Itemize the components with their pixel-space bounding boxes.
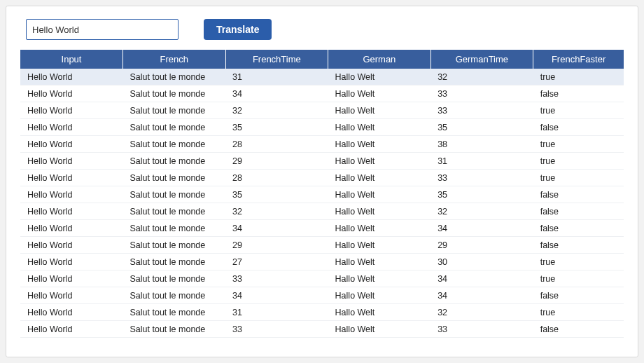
table-row[interactable]: Hello WorldSalut tout le monde29Hallo We… bbox=[20, 153, 624, 170]
cell-french-time: 32 bbox=[225, 203, 328, 220]
cell-french-time: 33 bbox=[225, 270, 328, 287]
table-row[interactable]: Hello WorldSalut tout le monde31Hallo We… bbox=[20, 304, 624, 321]
cell-input: Hello World bbox=[20, 270, 123, 287]
table-row[interactable]: Hello WorldSalut tout le monde34Hallo We… bbox=[20, 85, 624, 102]
cell-french-time: 34 bbox=[225, 85, 328, 102]
cell-german: Hallo Welt bbox=[328, 69, 431, 85]
cell-french-time: 31 bbox=[225, 69, 328, 85]
cell-input: Hello World bbox=[20, 220, 123, 237]
cell-french-faster: false bbox=[533, 220, 624, 237]
cell-german: Hallo Welt bbox=[328, 85, 431, 102]
cell-french: Salut tout le monde bbox=[123, 254, 226, 270]
cell-german-time: 30 bbox=[430, 254, 533, 270]
cell-french-faster: false bbox=[533, 186, 624, 203]
cell-french-faster: false bbox=[533, 85, 624, 102]
translate-button[interactable]: Translate bbox=[204, 19, 272, 40]
cell-french: Salut tout le monde bbox=[123, 287, 226, 304]
col-header-french[interactable]: French bbox=[123, 50, 226, 69]
text-input[interactable] bbox=[26, 19, 178, 40]
col-header-french-faster[interactable]: FrenchFaster bbox=[533, 50, 624, 69]
cell-french-time: 31 bbox=[225, 304, 328, 321]
cell-german-time: 35 bbox=[430, 186, 533, 203]
cell-french-faster: true bbox=[533, 254, 624, 270]
col-header-input[interactable]: Input bbox=[20, 50, 123, 69]
cell-input: Hello World bbox=[20, 203, 123, 220]
table-row[interactable]: Hello WorldSalut tout le monde34Hallo We… bbox=[20, 287, 624, 304]
cell-french-faster: true bbox=[533, 153, 624, 170]
table-row[interactable]: Hello WorldSalut tout le monde35Hallo We… bbox=[20, 186, 624, 203]
cell-german: Hallo Welt bbox=[328, 186, 431, 203]
table-row[interactable]: Hello WorldSalut tout le monde33Hallo We… bbox=[20, 270, 624, 287]
cell-german-time: 35 bbox=[430, 119, 533, 136]
cell-french-faster: true bbox=[533, 69, 624, 85]
cell-input: Hello World bbox=[20, 85, 123, 102]
cell-french-time: 29 bbox=[225, 153, 328, 170]
cell-french-time: 34 bbox=[225, 220, 328, 237]
cell-french-faster: true bbox=[533, 170, 624, 186]
cell-french-time: 29 bbox=[225, 237, 328, 254]
cell-french-time: 33 bbox=[225, 321, 328, 338]
cell-german-time: 33 bbox=[430, 85, 533, 102]
table-row[interactable]: Hello WorldSalut tout le monde27Hallo We… bbox=[20, 254, 624, 270]
cell-german-time: 33 bbox=[430, 102, 533, 119]
table-row[interactable]: Hello WorldSalut tout le monde31Hallo We… bbox=[20, 69, 624, 85]
cell-german-time: 38 bbox=[430, 136, 533, 153]
cell-french-faster: false bbox=[533, 287, 624, 304]
cell-german: Hallo Welt bbox=[328, 136, 431, 153]
cell-input: Hello World bbox=[20, 102, 123, 119]
col-header-german[interactable]: German bbox=[328, 50, 431, 69]
cell-german: Hallo Welt bbox=[328, 270, 431, 287]
cell-french: Salut tout le monde bbox=[123, 102, 226, 119]
cell-german-time: 34 bbox=[430, 270, 533, 287]
cell-french-faster: false bbox=[533, 203, 624, 220]
cell-french-time: 27 bbox=[225, 254, 328, 270]
cell-german: Hallo Welt bbox=[328, 203, 431, 220]
cell-french: Salut tout le monde bbox=[123, 69, 226, 85]
cell-german: Hallo Welt bbox=[328, 119, 431, 136]
cell-french: Salut tout le monde bbox=[123, 186, 226, 203]
cell-french: Salut tout le monde bbox=[123, 136, 226, 153]
cell-french: Salut tout le monde bbox=[123, 220, 226, 237]
cell-french: Salut tout le monde bbox=[123, 270, 226, 287]
cell-french-faster: false bbox=[533, 321, 624, 338]
cell-input: Hello World bbox=[20, 237, 123, 254]
cell-german: Hallo Welt bbox=[328, 287, 431, 304]
main-panel: Translate Input French FrenchTime German… bbox=[6, 6, 638, 357]
table-row[interactable]: Hello WorldSalut tout le monde35Hallo We… bbox=[20, 119, 624, 136]
cell-german-time: 33 bbox=[430, 321, 533, 338]
table-row[interactable]: Hello WorldSalut tout le monde32Hallo We… bbox=[20, 203, 624, 220]
cell-french-time: 35 bbox=[225, 186, 328, 203]
table-row[interactable]: Hello WorldSalut tout le monde28Hallo We… bbox=[20, 136, 624, 153]
cell-german: Hallo Welt bbox=[328, 321, 431, 338]
table-header-row: Input French FrenchTime German GermanTim… bbox=[20, 50, 624, 69]
table-row[interactable]: Hello WorldSalut tout le monde32Hallo We… bbox=[20, 102, 624, 119]
cell-german-time: 32 bbox=[430, 203, 533, 220]
cell-input: Hello World bbox=[20, 119, 123, 136]
col-header-french-time[interactable]: FrenchTime bbox=[225, 50, 328, 69]
cell-french-time: 28 bbox=[225, 136, 328, 153]
cell-input: Hello World bbox=[20, 186, 123, 203]
cell-french: Salut tout le monde bbox=[123, 203, 226, 220]
table-row[interactable]: Hello WorldSalut tout le monde29Hallo We… bbox=[20, 237, 624, 254]
cell-french-time: 32 bbox=[225, 102, 328, 119]
table-row[interactable]: Hello WorldSalut tout le monde33Hallo We… bbox=[20, 321, 624, 338]
table-row[interactable]: Hello WorldSalut tout le monde34Hallo We… bbox=[20, 220, 624, 237]
cell-german-time: 34 bbox=[430, 287, 533, 304]
cell-input: Hello World bbox=[20, 136, 123, 153]
cell-input: Hello World bbox=[20, 69, 123, 85]
cell-input: Hello World bbox=[20, 287, 123, 304]
results-table: Input French FrenchTime German GermanTim… bbox=[20, 50, 624, 338]
cell-french-faster: false bbox=[533, 119, 624, 136]
cell-german: Hallo Welt bbox=[328, 153, 431, 170]
cell-french-faster: true bbox=[533, 270, 624, 287]
cell-french-time: 35 bbox=[225, 119, 328, 136]
cell-german: Hallo Welt bbox=[328, 220, 431, 237]
cell-german-time: 31 bbox=[430, 153, 533, 170]
cell-french-faster: true bbox=[533, 102, 624, 119]
cell-german-time: 32 bbox=[430, 304, 533, 321]
cell-french: Salut tout le monde bbox=[123, 119, 226, 136]
cell-french: Salut tout le monde bbox=[123, 321, 226, 338]
table-row[interactable]: Hello WorldSalut tout le monde28Hallo We… bbox=[20, 170, 624, 186]
col-header-german-time[interactable]: GermanTime bbox=[430, 50, 533, 69]
cell-input: Hello World bbox=[20, 321, 123, 338]
